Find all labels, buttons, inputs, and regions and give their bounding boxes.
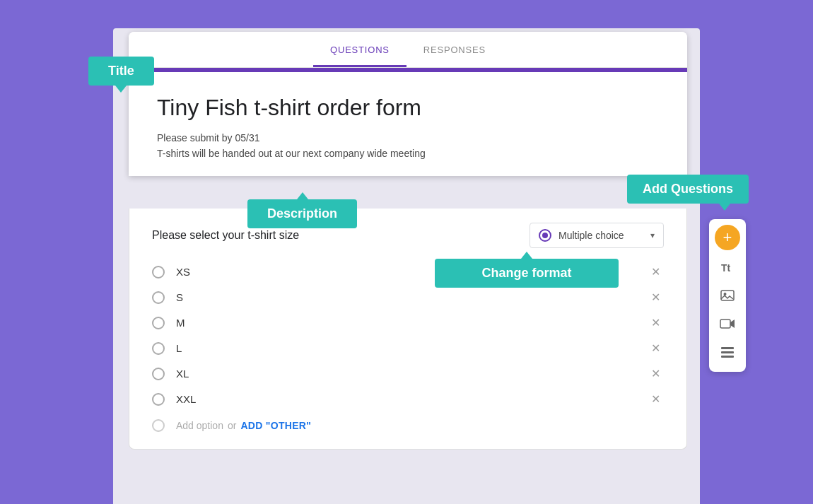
svg-rect-4	[721, 347, 734, 349]
remove-m-button[interactable]: ✕	[647, 316, 664, 329]
choice-label-xxl: XXL	[176, 393, 647, 405]
tab-responses[interactable]: RESPONSES	[406, 32, 503, 67]
remove-s-button[interactable]: ✕	[647, 291, 664, 304]
tabs-bar: QUESTIONS RESPONSES	[129, 32, 687, 68]
question-header: Please select your t-shirt size Multiple…	[152, 223, 664, 248]
choice-radio	[152, 393, 165, 406]
section-icon	[720, 344, 735, 360]
add-other-button[interactable]: ADD "OTHER"	[240, 420, 311, 431]
svg-rect-3	[720, 320, 730, 328]
choice-label-l: L	[176, 342, 647, 354]
choice-item-xl: XL ✕	[152, 361, 664, 387]
choice-label-xl: XL	[176, 368, 647, 380]
annotation-add-questions: Add Questions	[627, 175, 749, 204]
image-icon	[720, 288, 735, 303]
svg-point-2	[724, 293, 727, 295]
annotation-description: Description	[247, 199, 357, 228]
add-option-row: Add option or ADD "OTHER"	[152, 412, 664, 435]
annotation-title: Title	[88, 57, 154, 86]
form-header: Tiny Fish t-shirt order form Please subm…	[129, 68, 687, 176]
remove-xl-button[interactable]: ✕	[647, 367, 664, 380]
format-radio-icon	[539, 229, 551, 242]
question-section: Please select your t-shirt size Multiple…	[129, 209, 687, 450]
text-icon: Tt	[720, 259, 735, 275]
choice-label-m: M	[176, 317, 647, 329]
video-icon	[720, 316, 735, 332]
annotation-change-format: Change format	[435, 259, 619, 288]
remove-xxl-button[interactable]: ✕	[647, 392, 664, 406]
remove-xs-button[interactable]: ✕	[647, 265, 664, 279]
toolbar: + Tt	[709, 219, 746, 372]
svg-rect-5	[721, 351, 734, 353]
tab-questions[interactable]: QUESTIONS	[313, 32, 406, 67]
add-option-radio	[152, 419, 165, 432]
svg-rect-6	[721, 356, 734, 358]
add-image-button[interactable]	[715, 283, 740, 308]
choice-label-s: S	[176, 291, 647, 303]
format-label: Multiple choice	[558, 230, 645, 241]
chevron-down-icon: ▾	[650, 230, 655, 240]
add-option-separator: or	[228, 420, 236, 431]
add-text-button[interactable]: Tt	[715, 254, 740, 280]
form-subtitle: Please submit by 05/31	[157, 132, 659, 143]
choice-radio	[152, 317, 165, 329]
choice-radio	[152, 368, 165, 380]
choice-item-l: L ✕	[152, 336, 664, 361]
form-description: T-shirts will be handed out at our next …	[157, 148, 659, 159]
choice-radio	[152, 342, 165, 355]
question-text: Please select your t-shirt size	[152, 229, 299, 242]
add-question-button[interactable]: +	[715, 225, 740, 250]
format-selector[interactable]: Multiple choice ▾	[530, 223, 664, 248]
remove-l-button[interactable]: ✕	[647, 341, 664, 355]
form-card: QUESTIONS RESPONSES Tiny Fish t-shirt or…	[129, 32, 687, 176]
add-section-button[interactable]	[715, 339, 740, 365]
choice-item-s: S ✕	[152, 285, 664, 310]
svg-text:Tt: Tt	[721, 262, 731, 274]
add-video-button[interactable]	[715, 311, 740, 336]
choice-item-m: M ✕	[152, 310, 664, 336]
form-title: Tiny Fish t-shirt order form	[157, 95, 659, 121]
choice-item-xxl: XXL ✕	[152, 387, 664, 412]
choice-radio	[152, 266, 165, 279]
choice-radio	[152, 291, 165, 304]
add-option-text[interactable]: Add option	[176, 420, 223, 431]
